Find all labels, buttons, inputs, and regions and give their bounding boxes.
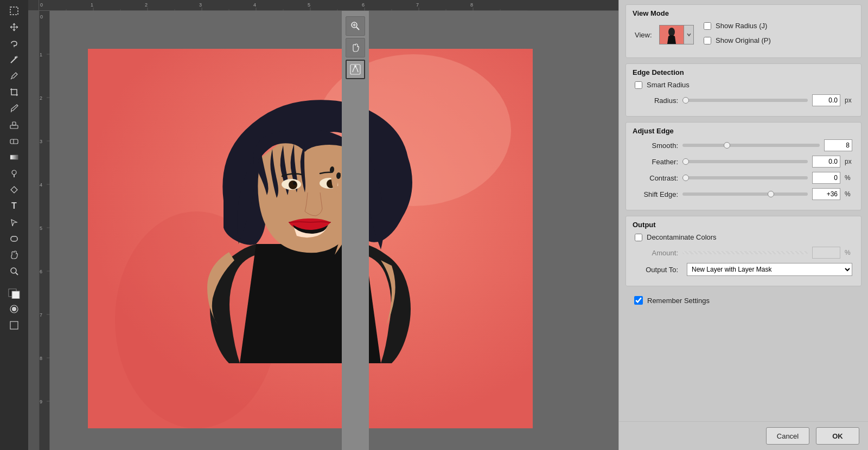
tool-type[interactable]: T	[4, 198, 24, 214]
shift-edge-label: Shift Edge:	[635, 190, 678, 198]
tool-stamp[interactable]	[4, 117, 24, 132]
tool-eyedropper[interactable]	[4, 68, 24, 83]
svg-point-75	[289, 181, 297, 189]
svg-text:0: 0	[40, 2, 43, 8]
smart-radius-label[interactable]: Smart Radius	[647, 81, 690, 89]
svg-text:1: 1	[40, 52, 42, 57]
svg-text:3: 3	[199, 2, 202, 8]
tool-path-select[interactable]	[4, 215, 24, 230]
svg-rect-14	[11, 236, 17, 241]
radius-label: Radius:	[635, 97, 678, 105]
view-mode-title: View Mode	[626, 5, 861, 20]
amount-input	[812, 247, 840, 259]
tool-dodge[interactable]	[4, 166, 24, 181]
view-thumbnail-dropdown[interactable]	[659, 25, 694, 44]
radius-slider[interactable]	[682, 99, 808, 102]
remember-settings-label[interactable]: Remember Settings	[647, 297, 710, 305]
smooth-slider-thumb[interactable]	[724, 142, 730, 149]
tool-pen[interactable]	[4, 182, 24, 197]
view-dropdown-arrow[interactable]	[684, 25, 694, 44]
smooth-slider[interactable]	[682, 144, 820, 147]
photo-canvas	[88, 49, 533, 428]
tool-eraser[interactable]	[4, 133, 24, 149]
svg-point-91	[668, 28, 675, 36]
feather-input[interactable]: 0.0	[812, 156, 840, 168]
svg-text:4: 4	[253, 2, 256, 8]
remember-row: Remember Settings	[626, 292, 861, 307]
tool-screen-mode[interactable]	[4, 318, 24, 333]
contrast-slider[interactable]	[682, 176, 808, 179]
feather-slider-thumb[interactable]	[682, 158, 689, 165]
show-original-checkbox[interactable]	[704, 37, 711, 44]
svg-line-2	[11, 58, 16, 63]
view-thumb	[659, 25, 684, 44]
refine-edge-tool-btn[interactable]	[346, 60, 365, 79]
tool-hand[interactable]	[4, 247, 24, 262]
svg-text:2: 2	[145, 2, 148, 8]
svg-rect-0	[10, 7, 18, 15]
svg-text:4: 4	[40, 182, 42, 188]
svg-text:3: 3	[40, 139, 42, 144]
radius-input[interactable]: 0.0	[812, 94, 840, 106]
svg-line-85	[356, 27, 359, 30]
decontaminate-label[interactable]: Decontaminate Colors	[647, 233, 717, 241]
shift-edge-slider-thumb[interactable]	[768, 191, 774, 197]
tool-crop[interactable]	[4, 85, 24, 100]
tool-marquee[interactable]	[4, 3, 24, 18]
svg-point-20	[12, 307, 16, 311]
svg-rect-7	[10, 125, 18, 128]
svg-rect-18	[12, 291, 20, 299]
right-panel: View Mode View:	[618, 0, 868, 450]
tool-brush[interactable]	[4, 101, 24, 116]
show-original-label[interactable]: Show Original (P)	[716, 36, 771, 44]
tool-zoom[interactable]	[4, 263, 24, 279]
tool-quick-mask[interactable]	[4, 301, 24, 317]
show-radius-label[interactable]: Show Radius (J)	[716, 22, 767, 30]
svg-text:1: 1	[91, 2, 93, 8]
tool-foreground-color[interactable]	[4, 285, 24, 300]
tool-gradient[interactable]	[4, 150, 24, 165]
svg-text:9: 9	[40, 399, 42, 404]
tool-shape[interactable]	[4, 231, 24, 246]
svg-rect-8	[12, 122, 16, 125]
smooth-label: Smooth:	[635, 142, 678, 150]
svg-text:0: 0	[40, 14, 43, 20]
cancel-button[interactable]: Cancel	[766, 427, 809, 445]
output-title: Output	[626, 216, 861, 231]
feather-unit: px	[845, 158, 852, 165]
tool-lasso[interactable]	[4, 36, 24, 51]
contrast-slider-thumb[interactable]	[682, 175, 689, 181]
svg-line-16	[16, 273, 18, 275]
output-section: Output Decontaminate Colors Amount: %	[626, 216, 861, 286]
tool-wand[interactable]	[4, 52, 24, 67]
tool-move[interactable]	[4, 20, 24, 35]
hand-tool-btn[interactable]	[346, 38, 365, 57]
ruler-top: 0 1 2 3 4 5 6 7 8	[28, 0, 618, 11]
shift-edge-slider[interactable]	[682, 192, 808, 196]
remember-settings-checkbox[interactable]	[634, 296, 643, 305]
output-to-select[interactable]: Selection Layer Mask New Layer New Layer…	[687, 263, 852, 276]
radius-slider-thumb[interactable]	[682, 97, 689, 104]
svg-point-89	[354, 65, 356, 67]
smooth-input[interactable]: 8	[824, 139, 852, 151]
contrast-input[interactable]: 0	[812, 172, 840, 184]
contrast-label: Contrast:	[635, 174, 678, 182]
svg-rect-21	[10, 322, 18, 329]
show-radius-checkbox[interactable]	[704, 22, 711, 30]
svg-text:7: 7	[416, 2, 419, 8]
smart-radius-checkbox[interactable]	[635, 81, 642, 89]
feather-slider[interactable]	[682, 160, 808, 163]
radius-unit: px	[845, 97, 852, 104]
svg-text:5: 5	[308, 2, 310, 8]
zoom-tool-btn[interactable]	[346, 16, 365, 36]
svg-point-3	[15, 56, 17, 59]
decontaminate-checkbox[interactable]	[635, 234, 642, 241]
shift-edge-input[interactable]: +36	[812, 188, 840, 200]
edge-detection-section: Edge Detection Smart Radius Radius: 0.0 …	[626, 63, 861, 117]
svg-text:8: 8	[470, 2, 473, 8]
contrast-unit: %	[845, 174, 852, 182]
canvas-area: 0 1 2 3 4 5 6 7 8	[28, 0, 618, 450]
svg-text:6: 6	[40, 269, 42, 274]
ok-button[interactable]: OK	[816, 427, 859, 445]
svg-text:5: 5	[40, 226, 42, 231]
